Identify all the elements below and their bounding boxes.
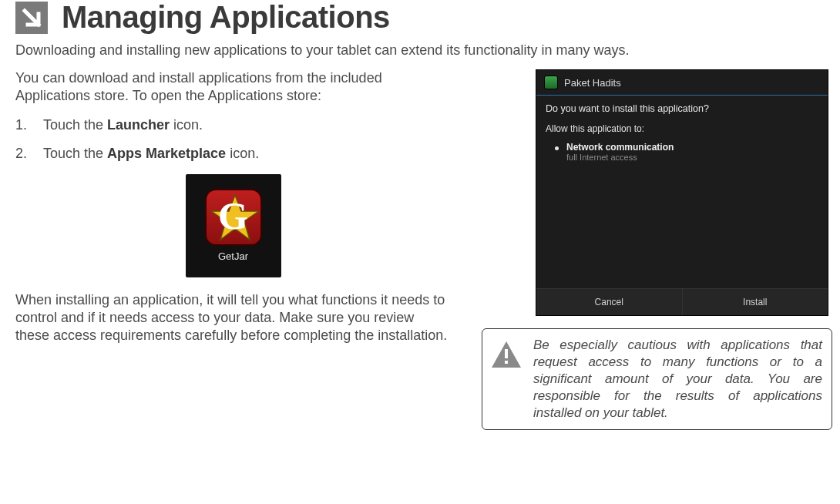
getjar-app-icon: G [205,189,262,246]
android-app-name: Paket Hadits [564,77,621,89]
permission-detail: full Internet access [566,153,674,162]
android-install-dialog-screenshot: Paket Hadits Do you want to install this… [536,69,828,316]
getjar-tile: G GetJar [186,174,281,277]
step-1: Touch the Launcher icon. [15,116,451,134]
caution-text: Be especially cautious with applications… [533,337,822,422]
warning-icon [490,340,522,372]
step-2-post: icon. [226,146,259,161]
step-2: Touch the Apps Marketplace icon. [15,145,451,163]
install-button[interactable]: Install [682,289,828,315]
step-1-bold: Launcher [107,117,170,133]
install-warning-para: When installing an application, it will … [15,291,451,345]
step-1-post: icon. [170,117,203,133]
permission-group: Network communication [566,142,674,153]
caution-box: Be especially cautious with applications… [482,328,832,430]
step-2-pre: Touch the [43,146,107,161]
page-title: Managing Applications [62,0,390,35]
cancel-button[interactable]: Cancel [536,289,682,315]
allow-heading: Allow this application to: [546,123,818,134]
android-app-icon [544,76,558,89]
install-question: Do you want to install this application? [546,103,818,114]
getjar-label: GetJar [218,250,248,262]
heading-row: Managing Applications [15,0,825,35]
getjar-screenshot: G GetJar [15,174,451,277]
steps-list: Touch the Launcher icon. Touch the Apps … [15,116,451,163]
step-2-bold: Apps Marketplace [107,146,226,161]
svg-rect-3 [505,349,508,358]
android-dialog-body: Do you want to install this application?… [536,96,828,288]
permission-row: Network communication full Internet acce… [555,142,818,162]
arrow-down-right-icon [15,2,48,34]
bullet-icon [555,146,559,150]
svg-rect-4 [505,361,508,364]
android-dialog-header: Paket Hadits [536,70,828,96]
open-store-para: You can download and install application… [15,69,451,106]
getjar-g-letter: G [218,197,248,235]
intro-line: Downloading and installing new applicati… [15,42,825,59]
step-1-pre: Touch the [43,117,107,133]
android-dialog-buttons: Cancel Install [536,288,828,315]
